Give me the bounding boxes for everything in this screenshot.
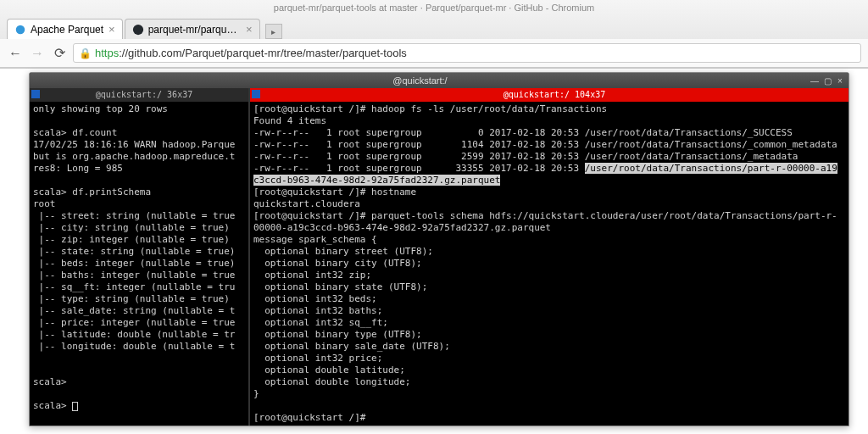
terminal-pane-right[interactable]: @quickstart:/ 104x37 [root@quickstart /]… — [250, 88, 849, 426]
page-content: @quickstart:/ — ▢ × @quickstart:/ 36x37 … — [0, 69, 868, 434]
address-bar[interactable]: 🔒 https://github.com/Parquet/parquet-mr/… — [73, 43, 861, 63]
back-button[interactable]: ← — [7, 45, 24, 62]
terminal-window: @quickstart:/ — ▢ × @quickstart:/ 36x37 … — [29, 72, 849, 426]
tab-apache-parquet[interactable]: Apache Parquet × — [7, 19, 123, 39]
github-favicon-icon — [132, 24, 144, 36]
tab-label: Apache Parquet — [31, 24, 103, 36]
browser-window-title: parquet-mr/parquet-tools at master · Par… — [0, 0, 868, 15]
close-icon[interactable]: × — [835, 75, 845, 86]
svg-point-1 — [133, 24, 143, 34]
parquet-favicon-icon — [14, 24, 26, 36]
reload-button[interactable]: ⟳ — [51, 45, 68, 62]
terminal-titlebar[interactable]: @quickstart:/ — ▢ × — [30, 73, 849, 88]
minimize-icon[interactable]: — — [810, 75, 820, 86]
pane-title-left: @quickstart:/ 36x37 — [30, 88, 248, 102]
terminal-output-right: [root@quickstart /]# hadoop fs -ls /user… — [250, 102, 849, 426]
tab-strip: Apache Parquet × parquet-mr/parquet-t… ×… — [0, 15, 868, 39]
svg-point-0 — [16, 25, 25, 34]
pane-indicator-icon — [31, 90, 40, 98]
terminal-window-title: @quickstart:/ — [33, 75, 807, 86]
nav-toolbar: ← → ⟳ 🔒 https://github.com/Parquet/parqu… — [0, 39, 868, 68]
url-path: ://github.com/Parquet/parquet-mr/tree/ma… — [119, 47, 407, 59]
lock-icon: 🔒 — [79, 47, 92, 59]
forward-button: → — [29, 45, 46, 62]
close-icon[interactable]: × — [246, 23, 253, 36]
new-tab-button[interactable]: ▸ — [265, 24, 282, 39]
tab-github-parquet-mr[interactable]: parquet-mr/parquet-t… × — [125, 19, 260, 39]
terminal-pane-left[interactable]: @quickstart:/ 36x37 only showing top 20 … — [30, 88, 250, 426]
close-icon[interactable]: × — [108, 23, 115, 36]
pane-title-right: @quickstart:/ 104x37 — [250, 88, 849, 102]
tab-label: parquet-mr/parquet-t… — [148, 24, 241, 36]
url-scheme: https — [95, 47, 119, 59]
terminal-output-left: only showing top 20 rows scala> df.count… — [30, 102, 248, 414]
maximize-icon[interactable]: ▢ — [822, 75, 832, 86]
pane-indicator-icon — [252, 90, 260, 98]
